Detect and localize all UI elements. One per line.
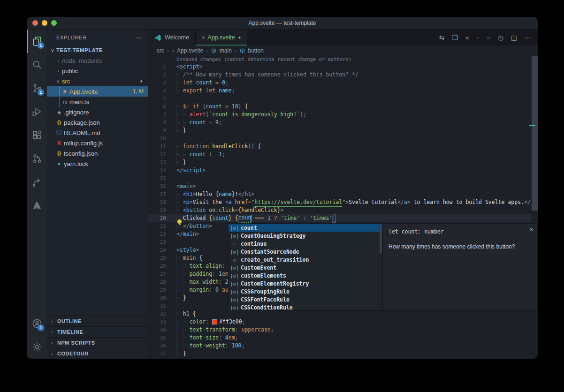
suggestion-CSSGroupingRule[interactable]: [⊘]CSSGroupingRule — [229, 287, 382, 295]
change-icon[interactable]: ◦ — [477, 34, 479, 41]
code-token: #ff3e00 — [219, 318, 242, 326]
tree-item-rollup.config.js[interactable]: Rrollup.config.js — [47, 138, 148, 148]
code-line-15[interactable]: 15 — [148, 174, 538, 182]
activity-search-icon[interactable] — [27, 53, 47, 76]
breadcrumb-item-button[interactable]: button — [248, 47, 264, 54]
next-change-icon[interactable]: » — [487, 34, 490, 41]
line-content: →} — [166, 294, 186, 302]
suggestion-count[interactable]: [⊘]count — [229, 224, 382, 232]
open-changes-icon[interactable]: ⇆ — [439, 34, 445, 41]
suggest-details-panel: let count: number How many times has som… — [382, 223, 538, 311]
tree-root-TEST-TEMPLATE[interactable]: ∨TEST-TEMPLATE — [47, 45, 148, 55]
suggestion-ConstantSourceNode[interactable]: [⊘]ConstantSourceNode — [229, 248, 382, 256]
code-line-18[interactable]: 18→<p>Visit the <a href="https://svelte.… — [148, 198, 538, 206]
file-history-icon[interactable]: ◷ — [498, 34, 503, 41]
code-line-37[interactable]: 37→} — [148, 350, 538, 358]
more-actions-icon[interactable]: ⋯ — [135, 34, 142, 41]
code-line-2[interactable]: 2→/** How many times has someone clicked… — [148, 71, 538, 79]
panel-header-timeline[interactable]: ›TIMELINE — [47, 326, 148, 337]
code-line-17[interactable]: 17→<h1>Hello {name}!</h1> — [148, 190, 538, 198]
code-line-8[interactable]: 8→→count = 9; — [148, 119, 538, 127]
activity-github-pull-requests-icon[interactable] — [27, 147, 47, 170]
panel-header-codetour[interactable]: ›CODETOUR — [47, 348, 148, 359]
tree-item-node_modules[interactable]: ›node_modules — [47, 55, 148, 66]
activity-source-control-icon[interactable]: 1 — [27, 76, 47, 100]
tree-item-public[interactable]: ›public — [47, 66, 148, 76]
tree-item-App.svelte[interactable]: ≡App.svelte1, M — [47, 86, 148, 97]
panel-header-npm-scripts[interactable]: ›NPM SCRIPTS — [47, 337, 148, 348]
code-line-11[interactable]: 11→function handleClick() { — [148, 143, 538, 151]
color-swatch[interactable] — [212, 319, 217, 324]
more-actions-icon[interactable]: ⋯ — [525, 34, 531, 41]
line-number: 15 — [148, 174, 166, 182]
suggestion-customElements[interactable]: [⊘]customElements — [229, 271, 382, 279]
previous-change-icon[interactable]: « — [465, 34, 469, 41]
tree-item-README.md[interactable]: ⓘREADME.md — [47, 128, 148, 138]
tree-item-.gitignore[interactable]: ◆.gitignore — [47, 107, 148, 117]
tree-item-yarn.lock[interactable]: ●yarn.lock — [47, 158, 148, 169]
line-content: →/** How many times has someone clicked … — [166, 71, 358, 79]
code-line-20[interactable]: 20Clicked {count} {coun === 1 ? 'time' :… — [148, 214, 538, 222]
breadcrumb[interactable]: src›≡App.svelte›main›button — [148, 45, 538, 56]
tree-item-main.ts[interactable]: TSmain.ts — [47, 97, 148, 107]
suggestion-CustomEvent[interactable]: [⊘]CustomEvent — [229, 264, 382, 271]
code-line-3[interactable]: 3→let count = 0; — [148, 79, 538, 87]
panel-header-outline[interactable]: ›OUTLINE — [47, 316, 148, 326]
chevron-down-icon[interactable]: ∨ — [54, 79, 62, 84]
chevron-right-icon[interactable]: › — [54, 68, 62, 74]
code-line-34[interactable]: 34→→text-transform: uppercase; — [148, 326, 538, 334]
activity-accounts-icon[interactable]: 1 — [27, 312, 47, 335]
chevron-right-icon[interactable]: › — [54, 58, 62, 63]
code-line-14[interactable]: 14</script> — [148, 166, 538, 174]
tree-item-src[interactable]: ∨src● — [47, 76, 148, 86]
code-line-4[interactable]: 4→export let name; — [148, 87, 538, 95]
activity-run-debug-icon[interactable] — [27, 100, 47, 123]
scrollbar-thumb[interactable] — [532, 56, 538, 211]
close-window-button[interactable] — [32, 20, 38, 26]
code-line-5[interactable]: 5 — [148, 95, 538, 103]
activity-explorer-icon[interactable]: 1 — [27, 30, 47, 53]
code-line-9[interactable]: 9→} — [148, 127, 538, 135]
tab-app-svelte[interactable]: ≡App.svelte● — [196, 30, 247, 45]
breadcrumb-item-src[interactable]: src — [157, 47, 164, 54]
zoom-window-button[interactable] — [51, 20, 57, 26]
suggest-scrollbar[interactable] — [380, 225, 382, 253]
code-line-35[interactable]: 35→→font-size: 4em; — [148, 334, 538, 342]
tab-welcome[interactable]: Welcome — [148, 30, 196, 45]
editor-scrollbar[interactable] — [531, 56, 538, 359]
suggestion-CountQueuingStrategy[interactable]: [⊘]CountQueuingStrategy — [229, 232, 382, 240]
code-line-7[interactable]: 7→→alert(`count is dangerously high!`); — [148, 111, 538, 119]
modified-dot-icon[interactable]: ● — [238, 35, 241, 40]
chevron-down-icon[interactable]: ∨ — [49, 48, 56, 53]
code-line-10[interactable]: 10 — [148, 135, 538, 143]
code-line-6[interactable]: 6→$: if (count ≥ 10) { — [148, 103, 538, 111]
code-editor[interactable]: Unsaved changes (cannot determine recent… — [148, 56, 538, 359]
suggestion-CSSFontFaceRule[interactable]: [⊘]CSSFontFaceRule — [229, 295, 382, 303]
code-line-1[interactable]: 1<script> — [148, 63, 538, 71]
activity-extensions-icon[interactable] — [27, 123, 47, 147]
code-line-16[interactable]: 16<main> — [148, 182, 538, 190]
code-line-33[interactable]: 33→→color: #ff3e00; — [148, 318, 538, 326]
tree-item-package.json[interactable]: {}package.json — [47, 117, 148, 128]
suggestion-CustomElementRegistry[interactable]: [⊘]CustomElementRegistry — [229, 279, 382, 287]
open-preview-icon[interactable]: ❐ — [452, 34, 458, 41]
minimize-window-button[interactable] — [42, 20, 47, 26]
activity-live-share-icon[interactable] — [27, 170, 47, 194]
code-line-13[interactable]: 13→} — [148, 158, 538, 166]
activity-settings-icon[interactable] — [27, 335, 47, 359]
suggestion-continue[interactable]: ≡continue — [229, 240, 382, 248]
code-line-19[interactable]: 19→<button on:click={handleClick}> — [148, 206, 538, 214]
close-icon[interactable]: × — [530, 226, 533, 233]
breadcrumb-item-App.svelte[interactable]: App.svelte — [177, 47, 203, 54]
suggestion-create_out_transition[interactable]: ◇create_out_transition — [229, 256, 382, 264]
line-content: <main> — [166, 182, 196, 190]
code-line-12[interactable]: 12→→count += 1; — [148, 151, 538, 158]
title-bar[interactable]: App.svelte — test-template — [27, 17, 538, 30]
code-token: : — [219, 278, 225, 286]
tree-item-tsconfig.json[interactable]: {}tsconfig.json — [47, 148, 148, 158]
code-line-36[interactable]: 36→→font-weight: 100; — [148, 342, 538, 350]
suggestion-CSSConditionRule[interactable]: [⊘]CSSConditionRule — [229, 303, 382, 311]
breadcrumb-item-main[interactable]: main — [220, 47, 232, 54]
split-editor-icon[interactable]: ◫ — [511, 34, 517, 41]
activity-azure-icon[interactable] — [27, 194, 47, 217]
